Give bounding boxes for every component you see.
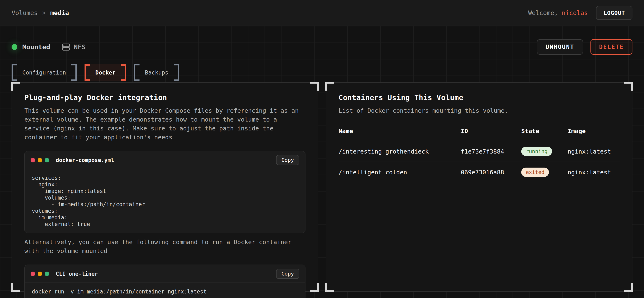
- table-row: /intelligent_colden 069e73016a88 exited …: [338, 162, 620, 182]
- container-image: nginx:latest: [568, 141, 620, 162]
- page-content: Mounted NFS UNMOUNT DELETE Configuration…: [0, 26, 644, 298]
- docker-panel-description: This volume can be used in your Docker C…: [24, 106, 306, 142]
- breadcrumb: Volumes > media: [12, 9, 69, 16]
- username: nicolas: [562, 9, 588, 16]
- chevron-right-icon: >: [42, 9, 46, 16]
- column-header-name: Name: [338, 128, 461, 141]
- containers-panel: Containers Using This Volume List of Doc…: [326, 82, 632, 292]
- tab-bar: Configuration Docker Backups: [12, 64, 632, 81]
- container-id: 069e73016a88: [461, 162, 521, 182]
- tab-backups[interactable]: Backups: [134, 64, 179, 81]
- tab-backups-label: Backups: [145, 69, 168, 76]
- window-dot-amber-icon: [38, 158, 42, 162]
- cli-copy-button[interactable]: Copy: [276, 269, 299, 279]
- status-left: Mounted NFS: [12, 43, 86, 51]
- compose-code-block: docker-compose.yml Copy services: nginx:…: [24, 151, 306, 233]
- window-dot-red-icon: [30, 158, 35, 162]
- tab-configuration[interactable]: Configuration: [12, 64, 77, 81]
- welcome-text: Welcome, nicolas: [528, 9, 588, 16]
- containers-panel-title: Containers Using This Volume: [338, 94, 620, 102]
- cli-code: docker run -v im-media:/path/in/containe…: [25, 283, 305, 298]
- cli-block-title: CLI one-liner: [56, 271, 98, 277]
- volume-actions: UNMOUNT DELETE: [537, 39, 632, 55]
- cli-code-block: CLI one-liner Copy docker run -v im-medi…: [24, 265, 306, 298]
- container-id: f1e73e7f3884: [461, 141, 521, 162]
- header: Volumes > media Welcome, nicolas LOGOUT: [0, 0, 644, 26]
- cli-intro-text: Alternatively, you can use the following…: [24, 238, 306, 256]
- table-row: /interesting_grothendieck f1e73e7f3884 r…: [338, 141, 620, 162]
- tab-docker[interactable]: Docker: [84, 64, 126, 81]
- driver-label: NFS: [74, 43, 86, 51]
- panels: Plug-and-play Docker integration This vo…: [12, 82, 632, 292]
- panel-corner-icon: [11, 283, 20, 292]
- containers-panel-subtitle: List of Docker containers mounting this …: [338, 106, 620, 115]
- column-header-id: ID: [461, 128, 521, 141]
- panel-corner-icon: [310, 82, 319, 91]
- column-header-state: State: [521, 128, 568, 141]
- panel-corner-icon: [11, 82, 20, 91]
- status-row: Mounted NFS UNMOUNT DELETE: [12, 39, 632, 55]
- docker-integration-panel: Plug-and-play Docker integration This vo…: [12, 82, 318, 292]
- cli-code-block-header: CLI one-liner Copy: [25, 265, 305, 283]
- mounted-status-dot-icon: [12, 44, 17, 50]
- containers-table: Name ID State Image /interesting_grothen…: [338, 128, 620, 182]
- logout-button[interactable]: LOGOUT: [596, 6, 632, 20]
- mounted-status-label: Mounted: [22, 43, 50, 51]
- breadcrumb-current-volume: media: [50, 9, 69, 16]
- compose-code: services: nginx: image: nginx:latest vol…: [25, 169, 305, 233]
- window-dot-red-icon: [30, 272, 35, 276]
- state-badge: exited: [521, 167, 549, 177]
- mounted-status: Mounted: [12, 43, 50, 51]
- compose-code-block-header: docker-compose.yml Copy: [25, 151, 305, 169]
- unmount-button[interactable]: UNMOUNT: [537, 39, 583, 55]
- panel-corner-icon: [624, 82, 633, 91]
- welcome-prefix: Welcome,: [528, 9, 562, 16]
- column-header-image: Image: [568, 128, 620, 141]
- container-image: nginx:latest: [568, 162, 620, 182]
- panel-corner-icon: [310, 283, 319, 292]
- tab-docker-label: Docker: [95, 69, 116, 76]
- window-dot-amber-icon: [38, 272, 42, 276]
- window-dot-green-icon: [45, 272, 49, 276]
- delete-button[interactable]: DELETE: [590, 39, 632, 55]
- compose-copy-button[interactable]: Copy: [276, 155, 299, 165]
- window-dot-green-icon: [45, 158, 49, 162]
- panel-corner-icon: [325, 283, 334, 292]
- volume-driver: NFS: [62, 43, 86, 51]
- container-name: /interesting_grothendieck: [338, 141, 461, 162]
- header-right: Welcome, nicolas LOGOUT: [528, 6, 632, 20]
- table-header-row: Name ID State Image: [338, 128, 620, 141]
- compose-filename: docker-compose.yml: [56, 157, 114, 163]
- server-icon: [62, 43, 70, 51]
- container-name: /intelligent_colden: [338, 162, 461, 182]
- state-badge: running: [521, 147, 552, 156]
- breadcrumb-volumes-link[interactable]: Volumes: [12, 9, 38, 16]
- tab-configuration-label: Configuration: [22, 69, 66, 76]
- panel-corner-icon: [325, 82, 334, 91]
- docker-panel-title: Plug-and-play Docker integration: [24, 94, 306, 102]
- panel-corner-icon: [624, 283, 633, 292]
